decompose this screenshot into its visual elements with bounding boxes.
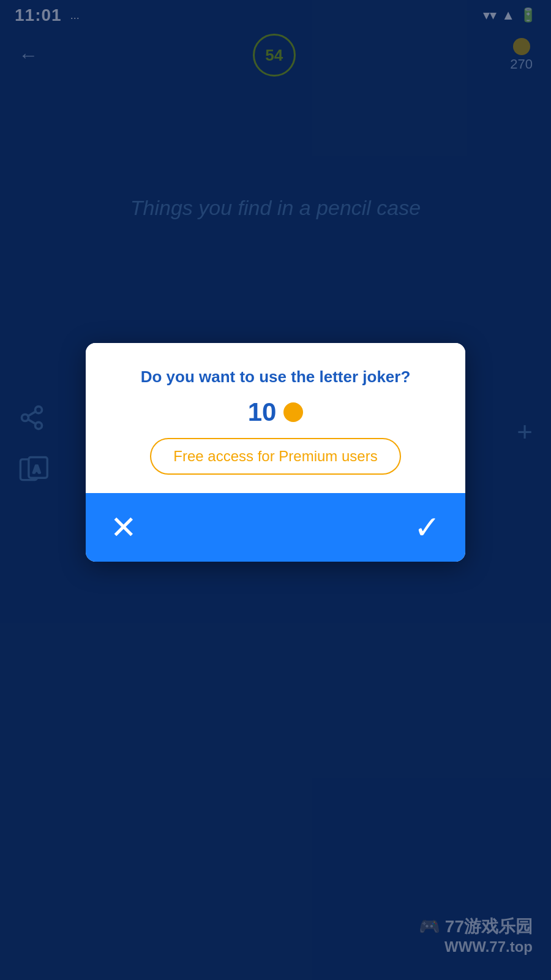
dialog-question: Do you want to use the letter joker? [141,368,411,386]
letter-joker-dialog: Do you want to use the letter joker? 10 … [86,343,465,562]
confirm-button[interactable]: ✓ [414,511,441,543]
cost-coin-icon [283,402,303,422]
dialog-cost: 10 [248,398,304,427]
premium-access-button[interactable]: Free access for Premium users [150,438,400,475]
cost-value: 10 [248,398,277,427]
cancel-button[interactable]: ✕ [110,511,137,543]
dialog-top: Do you want to use the letter joker? 10 … [86,343,465,493]
dialog-bottom: ✕ ✓ [86,493,465,562]
